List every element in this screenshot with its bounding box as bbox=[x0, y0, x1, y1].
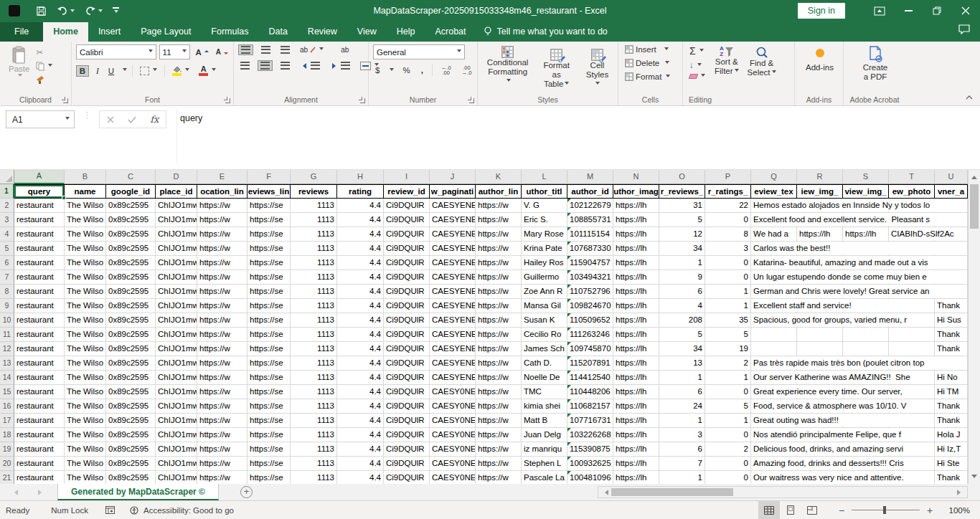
cell-D19[interactable]: ChIJO1mw bbox=[156, 442, 197, 457]
cell-P8[interactable]: 1 bbox=[705, 285, 751, 299]
cell-O13[interactable]: 13 bbox=[659, 356, 705, 371]
cell-O16[interactable]: 24 bbox=[659, 399, 705, 414]
cell-O11[interactable]: 5 bbox=[659, 328, 705, 342]
copy-icon[interactable] bbox=[34, 61, 55, 72]
column-header-F[interactable]: F bbox=[248, 170, 291, 184]
cell-L3[interactable]: Eric S. bbox=[522, 213, 567, 227]
cell-C6[interactable]: 0x89c2595 bbox=[106, 256, 156, 270]
cell-G7[interactable]: 1113 bbox=[291, 270, 337, 285]
cell-D17[interactable]: ChIJO1mw bbox=[156, 414, 197, 428]
cell-B17[interactable]: The Wilso bbox=[65, 414, 106, 428]
cell-M13[interactable]: 115207891 bbox=[567, 356, 613, 371]
cell-G17[interactable]: 1113 bbox=[291, 414, 337, 428]
accessibility-status[interactable]: Accessibility: Good to go bbox=[129, 505, 234, 515]
cell-J10[interactable]: CAESYENE bbox=[430, 313, 476, 328]
cell-K2[interactable]: https://w bbox=[476, 199, 522, 213]
cell-O1[interactable]: r_reviews_ bbox=[659, 184, 705, 199]
cell-K4[interactable]: https://w bbox=[476, 227, 522, 242]
cell-A14[interactable]: restaurant bbox=[14, 371, 65, 385]
cell-E4[interactable]: https://w bbox=[197, 227, 248, 242]
cell-Q21[interactable]: Our waitress was very nice and attentive… bbox=[751, 471, 797, 484]
cell-A3[interactable]: restaurant bbox=[14, 213, 65, 227]
cell-N7[interactable]: https://lh bbox=[613, 270, 659, 285]
cell-J14[interactable]: CAESYENE bbox=[430, 371, 476, 385]
cell-F15[interactable]: https://se bbox=[248, 385, 291, 399]
cell-A9[interactable]: restaurant bbox=[14, 299, 65, 313]
align-center-icon[interactable] bbox=[258, 60, 273, 71]
cell-Q19[interactable]: Delicious food, drinks, and amazing serv… bbox=[751, 442, 797, 457]
cell-C1[interactable]: google_id bbox=[106, 184, 156, 199]
cell-O20[interactable]: 7 bbox=[659, 457, 705, 471]
undo-icon[interactable] bbox=[57, 6, 75, 16]
restore-button[interactable] bbox=[923, 0, 951, 22]
cell-L4[interactable]: Mary Rose bbox=[522, 227, 567, 242]
row-header-6[interactable]: 6 bbox=[0, 256, 14, 270]
cell-F17[interactable]: https://se bbox=[248, 414, 291, 428]
cell-Q6[interactable]: Katarina- beautiful, amazing and made ou… bbox=[751, 256, 797, 270]
cell-N16[interactable]: https://lh bbox=[613, 399, 659, 414]
cell-E17[interactable]: https://w bbox=[197, 414, 248, 428]
cell-F5[interactable]: https://se bbox=[248, 242, 291, 256]
ribbon-tab-data[interactable]: Data bbox=[258, 22, 297, 42]
cell-E7[interactable]: https://w bbox=[197, 270, 248, 285]
cell-N3[interactable]: https://lh bbox=[613, 213, 659, 227]
cell-H10[interactable]: 4.4 bbox=[337, 313, 384, 328]
cell-E5[interactable]: https://w bbox=[197, 242, 248, 256]
row-header-13[interactable]: 13 bbox=[0, 356, 14, 371]
cell-O3[interactable]: 5 bbox=[659, 213, 705, 227]
cell-G13[interactable]: 1113 bbox=[291, 356, 337, 371]
cell-E3[interactable]: https://w bbox=[197, 213, 248, 227]
column-header-J[interactable]: J bbox=[430, 170, 476, 184]
cell-K11[interactable]: https://w bbox=[476, 328, 522, 342]
cell-N17[interactable]: https://lh bbox=[613, 414, 659, 428]
cell-A16[interactable]: restaurant bbox=[14, 399, 65, 414]
cell-L15[interactable]: TMC bbox=[522, 385, 567, 399]
insert-function-icon[interactable]: fx bbox=[150, 114, 159, 125]
cell-E11[interactable]: https://w bbox=[197, 328, 248, 342]
comma-style-icon[interactable]: , bbox=[419, 65, 425, 75]
row-header-20[interactable]: 20 bbox=[0, 457, 14, 471]
cell-C7[interactable]: 0x89c2595 bbox=[106, 270, 156, 285]
cell-B7[interactable]: The Wilso bbox=[65, 270, 106, 285]
cell-Q17[interactable]: Great outing was had!!! bbox=[751, 414, 797, 428]
column-header-M[interactable]: M bbox=[567, 170, 613, 184]
cell-K15[interactable]: https://w bbox=[476, 385, 522, 399]
create-pdf-button[interactable]: Create a PDF bbox=[859, 44, 892, 83]
cell-I16[interactable]: Ci9DQUlR bbox=[384, 399, 430, 414]
cell-H5[interactable]: 4.4 bbox=[337, 242, 384, 256]
clear-icon[interactable] bbox=[687, 73, 707, 80]
minimize-button[interactable] bbox=[894, 0, 923, 22]
cell-M4[interactable]: 101115154 bbox=[567, 227, 613, 242]
cell-L16[interactable]: kimia shei bbox=[522, 399, 567, 414]
cell-N10[interactable]: https://lh bbox=[613, 313, 659, 328]
cell-C13[interactable]: 0x89c2595 bbox=[106, 356, 156, 371]
cell-L2[interactable]: V. G bbox=[522, 199, 567, 213]
cell-E21[interactable]: https://w bbox=[197, 471, 248, 484]
cell-M18[interactable]: 103226268 bbox=[567, 428, 613, 442]
cell-C17[interactable]: 0x89c2595 bbox=[106, 414, 156, 428]
cell-Q9[interactable]: Excellent staff and service! bbox=[751, 299, 797, 313]
cell-U15[interactable]: Hi TM bbox=[935, 385, 968, 399]
cell-B21[interactable]: The Wilso bbox=[65, 471, 106, 484]
cell-N15[interactable]: https://lh bbox=[613, 385, 659, 399]
cell-F11[interactable]: https://se bbox=[248, 328, 291, 342]
cell-U12[interactable]: Thank bbox=[935, 342, 968, 356]
cell-P19[interactable]: 2 bbox=[705, 442, 751, 457]
zoom-level[interactable]: 100% bbox=[937, 506, 970, 515]
cell-P13[interactable]: 2 bbox=[705, 356, 751, 371]
cell-R11[interactable] bbox=[797, 328, 843, 342]
sheet-tab[interactable]: Generated by MapDataScraper © bbox=[57, 484, 219, 500]
cell-B12[interactable]: The Wilso bbox=[65, 342, 106, 356]
cell-M16[interactable]: 110682157 bbox=[567, 399, 613, 414]
cell-M15[interactable]: 110448206 bbox=[567, 385, 613, 399]
cell-L11[interactable]: Cecilio Ro bbox=[522, 328, 567, 342]
ribbon-tab-file[interactable]: File bbox=[0, 22, 43, 42]
cell-G15[interactable]: 1113 bbox=[291, 385, 337, 399]
cell-G14[interactable]: 1113 bbox=[291, 371, 337, 385]
cell-E20[interactable]: https://w bbox=[197, 457, 248, 471]
cell-R1[interactable]: iew_img_ bbox=[797, 184, 843, 199]
cell-N8[interactable]: https://lh bbox=[613, 285, 659, 299]
cell-N2[interactable]: https://lh bbox=[613, 199, 659, 213]
previous-sheet-icon[interactable] bbox=[11, 490, 18, 495]
cell-A21[interactable]: restaurant bbox=[14, 471, 65, 484]
